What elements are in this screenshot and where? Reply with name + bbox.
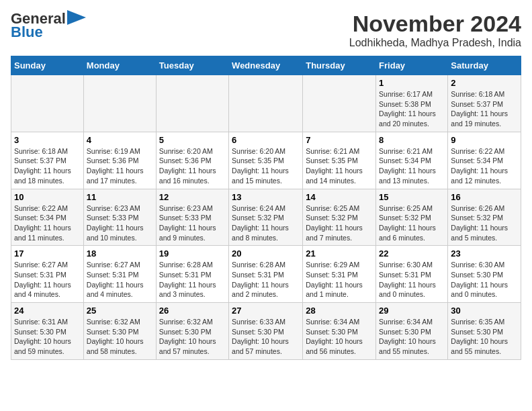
page-subtitle: Lodhikheda, Madhya Pradesh, India [349, 37, 521, 49]
day-info: Sunrise: 6:30 AM Sunset: 5:31 PM Dayligh… [379, 260, 445, 300]
calendar-cell: 23Sunrise: 6:30 AM Sunset: 5:30 PM Dayli… [448, 246, 521, 303]
day-info: Sunrise: 6:19 AM Sunset: 5:36 PM Dayligh… [87, 146, 153, 186]
day-number: 24 [14, 306, 81, 316]
day-number: 18 [87, 248, 153, 259]
calendar-cell [83, 75, 156, 132]
day-info: Sunrise: 6:34 AM Sunset: 5:30 PM Dayligh… [306, 317, 373, 357]
day-number: 12 [159, 192, 226, 202]
day-info: Sunrise: 6:23 AM Sunset: 5:33 PM Dayligh… [87, 203, 153, 243]
calendar-cell: 14Sunrise: 6:25 AM Sunset: 5:32 PM Dayli… [303, 189, 376, 246]
day-info: Sunrise: 6:31 AM Sunset: 5:30 PM Dayligh… [14, 317, 81, 357]
day-number: 6 [232, 135, 300, 145]
header-day-thursday: Thursday [303, 56, 376, 75]
day-info: Sunrise: 6:32 AM Sunset: 5:30 PM Dayligh… [87, 317, 153, 357]
calendar-cell: 7Sunrise: 6:21 AM Sunset: 5:35 PM Daylig… [303, 132, 376, 189]
day-info: Sunrise: 6:28 AM Sunset: 5:31 PM Dayligh… [159, 260, 226, 300]
calendar-cell: 11Sunrise: 6:23 AM Sunset: 5:33 PM Dayli… [83, 189, 156, 246]
day-number: 30 [451, 306, 518, 316]
calendar-cell: 22Sunrise: 6:30 AM Sunset: 5:31 PM Dayli… [376, 246, 448, 303]
header: General Blue November 2024 Lodhikheda, M… [11, 11, 521, 49]
calendar-cell [11, 75, 84, 132]
day-info: Sunrise: 6:28 AM Sunset: 5:31 PM Dayligh… [232, 260, 300, 300]
calendar-week-row: 17Sunrise: 6:27 AM Sunset: 5:31 PM Dayli… [11, 246, 521, 303]
day-info: Sunrise: 6:17 AM Sunset: 5:38 PM Dayligh… [379, 89, 445, 129]
calendar-cell [303, 75, 376, 132]
calendar-cell: 5Sunrise: 6:20 AM Sunset: 5:36 PM Daylig… [156, 132, 228, 189]
day-number: 22 [379, 248, 445, 259]
calendar-week-row: 1Sunrise: 6:17 AM Sunset: 5:38 PM Daylig… [11, 75, 521, 132]
calendar-cell: 3Sunrise: 6:18 AM Sunset: 5:37 PM Daylig… [11, 132, 84, 189]
day-number: 11 [87, 192, 153, 202]
day-number: 5 [159, 135, 226, 145]
day-info: Sunrise: 6:32 AM Sunset: 5:30 PM Dayligh… [159, 317, 226, 357]
day-info: Sunrise: 6:18 AM Sunset: 5:37 PM Dayligh… [451, 89, 518, 129]
day-number: 25 [87, 306, 153, 316]
header-day-saturday: Saturday [448, 56, 521, 75]
day-number: 17 [14, 248, 81, 259]
day-number: 2 [451, 78, 518, 88]
day-info: Sunrise: 6:20 AM Sunset: 5:36 PM Dayligh… [159, 146, 226, 186]
calendar-cell: 29Sunrise: 6:34 AM Sunset: 5:30 PM Dayli… [376, 303, 448, 360]
calendar-week-row: 10Sunrise: 6:22 AM Sunset: 5:34 PM Dayli… [11, 189, 521, 246]
day-number: 26 [159, 306, 226, 316]
calendar-cell: 18Sunrise: 6:27 AM Sunset: 5:31 PM Dayli… [83, 246, 156, 303]
day-number: 21 [306, 248, 373, 259]
day-number: 7 [306, 135, 373, 145]
calendar-week-row: 24Sunrise: 6:31 AM Sunset: 5:30 PM Dayli… [11, 303, 521, 360]
calendar-cell: 28Sunrise: 6:34 AM Sunset: 5:30 PM Dayli… [303, 303, 376, 360]
day-info: Sunrise: 6:30 AM Sunset: 5:30 PM Dayligh… [451, 260, 518, 300]
header-day-tuesday: Tuesday [156, 56, 228, 75]
calendar-cell: 17Sunrise: 6:27 AM Sunset: 5:31 PM Dayli… [11, 246, 84, 303]
calendar-cell: 2Sunrise: 6:18 AM Sunset: 5:37 PM Daylig… [448, 75, 521, 132]
day-number: 20 [232, 248, 300, 259]
calendar-cell: 16Sunrise: 6:26 AM Sunset: 5:32 PM Dayli… [448, 189, 521, 246]
calendar-cell: 19Sunrise: 6:28 AM Sunset: 5:31 PM Dayli… [156, 246, 228, 303]
svg-marker-0 [67, 10, 86, 25]
calendar-header-row: SundayMondayTuesdayWednesdayThursdayFrid… [11, 56, 521, 75]
day-info: Sunrise: 6:20 AM Sunset: 5:35 PM Dayligh… [232, 146, 300, 186]
calendar-cell: 10Sunrise: 6:22 AM Sunset: 5:34 PM Dayli… [11, 189, 84, 246]
calendar-cell: 12Sunrise: 6:23 AM Sunset: 5:33 PM Dayli… [156, 189, 228, 246]
calendar-cell: 6Sunrise: 6:20 AM Sunset: 5:35 PM Daylig… [229, 132, 303, 189]
calendar-table: SundayMondayTuesdayWednesdayThursdayFrid… [11, 56, 521, 360]
title-area: November 2024 Lodhikheda, Madhya Pradesh… [349, 11, 521, 49]
day-info: Sunrise: 6:29 AM Sunset: 5:31 PM Dayligh… [306, 260, 373, 300]
header-day-monday: Monday [83, 56, 156, 75]
calendar-cell: 8Sunrise: 6:21 AM Sunset: 5:34 PM Daylig… [376, 132, 448, 189]
day-number: 8 [379, 135, 445, 145]
day-number: 15 [379, 192, 445, 202]
day-info: Sunrise: 6:21 AM Sunset: 5:35 PM Dayligh… [306, 146, 373, 186]
day-number: 1 [379, 78, 445, 88]
day-info: Sunrise: 6:22 AM Sunset: 5:34 PM Dayligh… [14, 203, 81, 243]
calendar-cell: 25Sunrise: 6:32 AM Sunset: 5:30 PM Dayli… [83, 303, 156, 360]
day-number: 27 [232, 306, 300, 316]
day-info: Sunrise: 6:24 AM Sunset: 5:32 PM Dayligh… [232, 203, 300, 243]
header-day-sunday: Sunday [11, 56, 84, 75]
calendar-cell: 9Sunrise: 6:22 AM Sunset: 5:34 PM Daylig… [448, 132, 521, 189]
header-day-friday: Friday [376, 56, 448, 75]
logo: General Blue [11, 11, 86, 40]
day-number: 23 [451, 248, 518, 259]
day-number: 19 [159, 248, 226, 259]
day-number: 14 [306, 192, 373, 202]
day-info: Sunrise: 6:25 AM Sunset: 5:32 PM Dayligh… [379, 203, 445, 243]
day-number: 9 [451, 135, 518, 145]
logo-blue-text: Blue [11, 24, 43, 40]
calendar-cell: 27Sunrise: 6:33 AM Sunset: 5:30 PM Dayli… [229, 303, 303, 360]
calendar-cell: 21Sunrise: 6:29 AM Sunset: 5:31 PM Dayli… [303, 246, 376, 303]
day-number: 4 [87, 135, 153, 145]
day-info: Sunrise: 6:26 AM Sunset: 5:32 PM Dayligh… [451, 203, 518, 243]
day-info: Sunrise: 6:18 AM Sunset: 5:37 PM Dayligh… [14, 146, 81, 186]
calendar-cell: 13Sunrise: 6:24 AM Sunset: 5:32 PM Dayli… [229, 189, 303, 246]
day-number: 10 [14, 192, 81, 202]
day-info: Sunrise: 6:21 AM Sunset: 5:34 PM Dayligh… [379, 146, 445, 186]
calendar-cell: 26Sunrise: 6:32 AM Sunset: 5:30 PM Dayli… [156, 303, 228, 360]
calendar-cell [156, 75, 228, 132]
header-day-wednesday: Wednesday [229, 56, 303, 75]
calendar-cell [229, 75, 303, 132]
day-info: Sunrise: 6:27 AM Sunset: 5:31 PM Dayligh… [14, 260, 81, 300]
day-number: 13 [232, 192, 300, 202]
day-info: Sunrise: 6:23 AM Sunset: 5:33 PM Dayligh… [159, 203, 226, 243]
calendar-cell: 15Sunrise: 6:25 AM Sunset: 5:32 PM Dayli… [376, 189, 448, 246]
calendar-cell: 20Sunrise: 6:28 AM Sunset: 5:31 PM Dayli… [229, 246, 303, 303]
